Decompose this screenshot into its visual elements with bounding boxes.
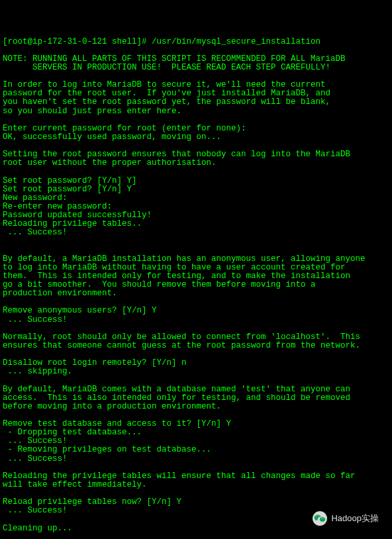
terminal-line: ... skipping. xyxy=(3,368,389,376)
watermark: Hadoop实操 xyxy=(313,511,379,526)
watermark-label: Hadoop实操 xyxy=(331,514,379,523)
terminal-line: root user without the proper authorisati… xyxy=(3,159,389,168)
terminal-line xyxy=(3,533,389,539)
terminal-output[interactable]: [root@ip-172-31-0-121 shell]# /usr/bin/m… xyxy=(3,38,389,540)
terminal-line xyxy=(3,246,389,255)
terminal-line: By default, a MariaDB installation has a… xyxy=(3,255,389,264)
terminal-line: Set root password? [Y/n] Y] xyxy=(3,177,389,185)
terminal-line: to log into MariaDB without having to ha… xyxy=(3,264,389,272)
terminal-line xyxy=(3,376,389,385)
terminal-line: will take effect immediately. xyxy=(3,481,389,489)
terminal-line: [root@ip-172-31-0-121 shell]# /usr/bin/m… xyxy=(3,38,389,46)
terminal-line: ... Success! xyxy=(3,316,389,324)
terminal-line: Normally, root should only be allowed to… xyxy=(3,333,389,342)
terminal-line: OK, successfully used password, moving o… xyxy=(3,133,389,142)
terminal-line: Enter current password for root (enter f… xyxy=(3,124,389,133)
terminal-line: SERVERS IN PRODUCTION USE! PLEASE READ E… xyxy=(3,64,389,72)
terminal-line xyxy=(3,168,389,176)
terminal-line: Reloading the privilege tables will ensu… xyxy=(3,472,389,481)
terminal-line xyxy=(3,324,389,333)
terminal-line: access. This is also intended only for t… xyxy=(3,394,389,403)
terminal-line: By default, MariaDB comes with a databas… xyxy=(3,385,389,394)
terminal-line xyxy=(3,464,389,472)
terminal-line: production environment. xyxy=(3,289,389,298)
terminal-line: ensures that someone cannot guess at the… xyxy=(3,342,389,350)
terminal-line: Set root password? [Y/n] Y xyxy=(3,185,389,194)
terminal-line: ... Success! xyxy=(3,455,389,464)
terminal-line: - Removing privileges on test database..… xyxy=(3,446,389,454)
terminal-line xyxy=(3,237,389,246)
terminal-line: before moving into a production environm… xyxy=(3,403,389,411)
wechat-icon xyxy=(313,511,327,526)
terminal-line: New password: xyxy=(3,194,389,203)
terminal-line: NOTE: RUNNING ALL PARTS OF THIS SCRIPT I… xyxy=(3,55,389,64)
terminal-line xyxy=(3,46,389,55)
terminal-line: Remove anonymous users? [Y/n] Y xyxy=(3,307,389,315)
terminal-line: so you should just press enter here. xyxy=(3,107,389,116)
terminal-line: you haven't set the root password yet, t… xyxy=(3,98,389,107)
terminal-line xyxy=(3,116,389,124)
terminal-line: ... Success! xyxy=(3,228,389,237)
